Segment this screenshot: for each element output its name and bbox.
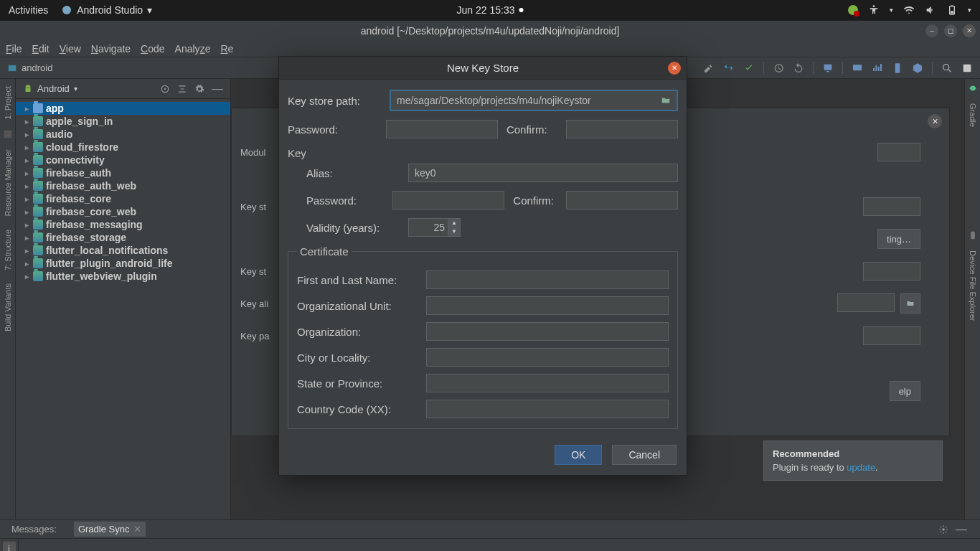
expand-icon[interactable]: ▸: [23, 143, 30, 151]
key-confirm-input[interactable]: [566, 191, 678, 209]
gradle-icon[interactable]: [968, 83, 978, 93]
ks-password-input[interactable]: [386, 120, 498, 138]
cert-input-3[interactable]: [426, 348, 669, 367]
cert-input-4[interactable]: [426, 374, 669, 392]
resource-manager-icon[interactable]: [3, 129, 13, 139]
battery-icon[interactable]: [946, 4, 958, 16]
app-menu[interactable]: Android Studio ▾: [61, 4, 152, 16]
volume-icon[interactable]: [925, 4, 936, 16]
keystore-password-field[interactable]: [863, 262, 920, 281]
tree-item-connectivity[interactable]: ▸connectivity: [16, 154, 230, 166]
tree-item-firebase_auth_web[interactable]: ▸firebase_auth_web: [16, 179, 230, 192]
cert-input-5[interactable]: [426, 400, 669, 418]
tool-structure[interactable]: 7: Structure: [4, 227, 12, 273]
hide-panel-icon[interactable]: —: [956, 523, 967, 536]
activities-button[interactable]: Activities: [9, 4, 48, 16]
tree-item-firebase_core_web[interactable]: ▸firebase_core_web: [16, 205, 230, 218]
close-icon[interactable]: ✕: [928, 114, 942, 128]
tool-gradle[interactable]: Gradle: [969, 100, 977, 130]
profiler-icon[interactable]: [872, 62, 883, 74]
tree-item-apple_sign_in[interactable]: ▸apple_sign_in: [16, 115, 230, 128]
dialog-close-button[interactable]: ✕: [668, 62, 681, 75]
keystore-path-input[interactable]: [391, 91, 655, 110]
tab-gradle-sync[interactable]: Gradle Sync✕: [74, 522, 146, 537]
key-password-input[interactable]: [392, 191, 504, 209]
expand-icon[interactable]: ▸: [23, 221, 30, 229]
tree-item-firebase_auth[interactable]: ▸firebase_auth: [16, 166, 230, 179]
update-link[interactable]: update: [847, 462, 875, 473]
ks-confirm-input[interactable]: [566, 120, 678, 138]
accessibility-icon[interactable]: [868, 4, 880, 16]
browse-path-button[interactable]: [655, 91, 677, 110]
target-icon[interactable]: [160, 84, 170, 94]
browse-alias-button[interactable]: [900, 293, 920, 314]
avatar-icon[interactable]: [961, 62, 973, 74]
sync-icon[interactable]: [723, 62, 735, 74]
expand-icon[interactable]: ▸: [23, 156, 30, 164]
menu-file[interactable]: File: [6, 43, 22, 55]
key-alias-field[interactable]: [837, 293, 895, 312]
gear-icon[interactable]: [194, 84, 204, 94]
tool-build-variants[interactable]: Build Variants: [4, 281, 12, 334]
expand-icon[interactable]: ▸: [23, 260, 30, 268]
menu-view[interactable]: View: [60, 43, 81, 55]
history-icon[interactable]: [773, 62, 784, 74]
device-icon[interactable]: [892, 62, 903, 74]
expand-icon[interactable]: ▸: [23, 131, 30, 138]
run-icon[interactable]: [852, 62, 863, 74]
spin-down-button[interactable]: ▼: [448, 227, 460, 236]
expand-icon[interactable]: ▸: [23, 182, 30, 190]
tree-item-firebase_messaging[interactable]: ▸firebase_messaging: [16, 218, 230, 231]
menu-analyze[interactable]: Analyze: [175, 43, 211, 55]
gear-icon[interactable]: [938, 524, 948, 534]
maximize-button[interactable]: ◻: [944, 24, 957, 37]
tree-item-flutter_plugin_android_life[interactable]: ▸flutter_plugin_android_life: [16, 257, 230, 270]
module-select[interactable]: [877, 143, 920, 161]
close-button[interactable]: ✕: [963, 24, 976, 37]
help-button[interactable]: elp: [890, 381, 920, 401]
alias-input[interactable]: [408, 164, 678, 182]
tool-resource-manager[interactable]: Resource Manager: [4, 146, 12, 220]
search-icon[interactable]: [941, 62, 953, 74]
sdk-manager-icon[interactable]: [912, 62, 923, 74]
clock[interactable]: Jun 22 15:33: [457, 4, 515, 16]
ok-button[interactable]: OK: [555, 445, 602, 465]
tool-device-file-explorer[interactable]: Device File Explorer: [969, 248, 977, 324]
collapse-icon[interactable]: [177, 84, 187, 94]
tree-item-audio[interactable]: ▸audio: [16, 128, 230, 141]
project-tree[interactable]: ▸app▸apple_sign_in▸audio▸cloud_firestore…: [16, 99, 230, 519]
expand-icon[interactable]: ▸: [23, 118, 30, 126]
tool-project[interactable]: 1: Project: [4, 83, 12, 122]
expand-icon[interactable]: ▸: [23, 273, 30, 281]
validity-spinner[interactable]: ▲▼: [408, 218, 461, 237]
cert-input-2[interactable]: [426, 322, 669, 341]
tree-item-flutter_webview_plugin[interactable]: ▸flutter_webview_plugin: [16, 270, 230, 283]
expand-icon[interactable]: ▸: [23, 195, 30, 203]
menu-navigate[interactable]: Navigate: [91, 43, 131, 55]
cert-input-0[interactable]: [426, 270, 669, 289]
close-tab-icon[interactable]: ✕: [133, 524, 141, 534]
menu-edit[interactable]: Edit: [32, 43, 50, 55]
expand-icon[interactable]: ▸: [23, 169, 30, 177]
key-password-field[interactable]: [863, 326, 920, 345]
project-view-selector[interactable]: Android ▾: [23, 83, 77, 94]
tree-item-app[interactable]: ▸app: [16, 102, 230, 115]
menu-refactor[interactable]: Re: [220, 43, 233, 55]
hide-panel-icon[interactable]: —: [212, 83, 223, 95]
status-indicator-icon[interactable]: [848, 5, 858, 15]
tree-item-cloud_firestore[interactable]: ▸cloud_firestore: [16, 141, 230, 154]
validity-input[interactable]: [408, 218, 448, 237]
choose-existing-button[interactable]: ting…: [877, 229, 920, 249]
info-badge-icon[interactable]: i: [3, 542, 16, 551]
keystore-path-field[interactable]: [863, 197, 920, 216]
device-explorer-icon[interactable]: [968, 230, 978, 240]
tree-item-firebase_storage[interactable]: ▸firebase_storage: [16, 231, 230, 244]
tree-item-flutter_local_notifications[interactable]: ▸flutter_local_notifications: [16, 244, 230, 257]
expand-icon[interactable]: ▸: [23, 247, 30, 255]
build-icon[interactable]: [703, 62, 715, 74]
undo-icon[interactable]: [793, 62, 804, 74]
spin-up-button[interactable]: ▲: [448, 219, 460, 227]
expand-icon[interactable]: ▸: [23, 105, 30, 113]
breadcrumb[interactable]: android: [22, 62, 52, 73]
cancel-button[interactable]: Cancel: [612, 445, 677, 465]
